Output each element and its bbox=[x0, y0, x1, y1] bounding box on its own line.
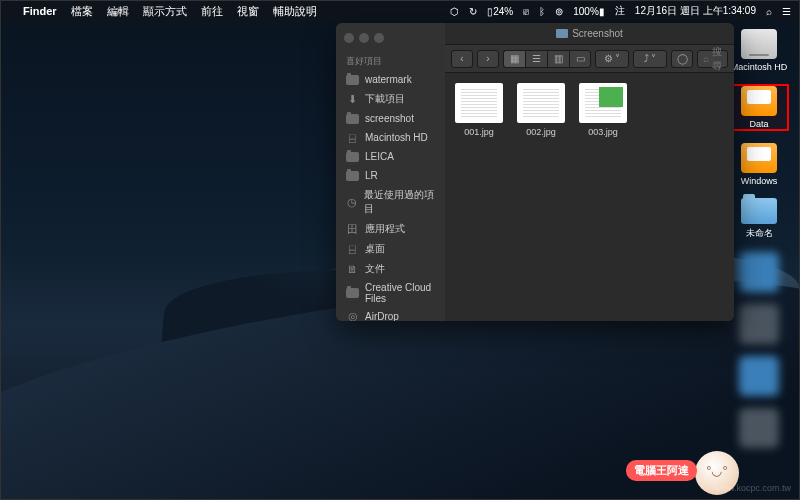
sidebar-item-label: AirDrop bbox=[365, 311, 399, 321]
sidebar-item[interactable]: Creative Cloud Files bbox=[336, 279, 445, 307]
search-input[interactable]: ⌕ 搜尋 bbox=[697, 50, 728, 68]
forward-button[interactable]: › bbox=[477, 50, 499, 68]
sidebar-item[interactable]: LR bbox=[336, 166, 445, 185]
sidebar-item[interactable]: ⌸桌面 bbox=[336, 239, 445, 259]
file-item[interactable]: 002.jpg bbox=[517, 83, 565, 137]
file-name: 002.jpg bbox=[526, 127, 556, 137]
drive-label: Data bbox=[749, 119, 768, 129]
finder-titlebar: Screenshot bbox=[445, 23, 734, 45]
sidebar-item-label: Creative Cloud Files bbox=[365, 282, 435, 304]
apps-icon: 田 bbox=[346, 223, 359, 236]
sidebar-item[interactable]: screenshot bbox=[336, 109, 445, 128]
menu-window[interactable]: 視窗 bbox=[237, 4, 259, 19]
folder-icon bbox=[346, 169, 359, 182]
wifi-icon[interactable]: ⊚ bbox=[555, 6, 563, 17]
sidebar-item[interactable]: LEICA bbox=[336, 147, 445, 166]
window-controls bbox=[336, 27, 445, 49]
back-button[interactable]: ‹ bbox=[451, 50, 473, 68]
watermark-bubble: 電腦王阿達 bbox=[626, 460, 697, 481]
action-dropdown[interactable]: ⤴ ˅ bbox=[633, 50, 667, 68]
menu-view[interactable]: 顯示方式 bbox=[143, 4, 187, 19]
sidebar-item[interactable]: ⌸Macintosh HD bbox=[336, 128, 445, 147]
folder-icon bbox=[346, 112, 359, 125]
desktop-icons: Macintosh HD Data Windows 未命名 bbox=[729, 29, 789, 448]
desktop-drive-data[interactable]: Data bbox=[729, 84, 789, 131]
input-source-icon[interactable]: 注 bbox=[615, 4, 625, 18]
sidebar-item-label: 應用程式 bbox=[365, 222, 405, 236]
sidebar-item[interactable]: watermark bbox=[336, 70, 445, 89]
folder-label: 未命名 bbox=[746, 227, 773, 240]
file-thumbnail bbox=[455, 83, 503, 123]
menubar: Finder 檔案 編輯 顯示方式 前往 視窗 輔助說明 ⬡ ↻ ▯24% ⎚ … bbox=[1, 1, 799, 21]
sidebar-item-label: LR bbox=[365, 170, 378, 181]
file-name: 003.jpg bbox=[588, 127, 618, 137]
menu-help[interactable]: 輔助說明 bbox=[273, 4, 317, 19]
tags-button[interactable]: ◯ bbox=[671, 50, 693, 68]
window-title: Screenshot bbox=[572, 28, 623, 39]
battery-status[interactable]: 100% ▮ bbox=[573, 6, 605, 17]
file-name: 001.jpg bbox=[464, 127, 494, 137]
desktop-item-blurred[interactable] bbox=[729, 252, 789, 292]
close-button[interactable] bbox=[344, 33, 354, 43]
gallery-view-button[interactable]: ▭ bbox=[569, 50, 591, 68]
sidebar-item[interactable]: 🗎文件 bbox=[336, 259, 445, 279]
sidebar-section-favorites: 喜好項目 bbox=[336, 49, 445, 70]
finder-sidebar: 喜好項目 watermark⬇下載項目screenshot⌸Macintosh … bbox=[336, 23, 445, 321]
sidebar-item-label: 文件 bbox=[365, 262, 385, 276]
desktop-icon: ⌸ bbox=[346, 243, 359, 256]
dropbox-icon[interactable]: ⬡ bbox=[450, 6, 459, 17]
menu-go[interactable]: 前往 bbox=[201, 4, 223, 19]
icon-view-button[interactable]: ▦ bbox=[503, 50, 525, 68]
sidebar-item[interactable]: ◷最近使用過的項目 bbox=[336, 185, 445, 219]
list-view-button[interactable]: ☰ bbox=[525, 50, 547, 68]
file-item[interactable]: 001.jpg bbox=[455, 83, 503, 137]
sidebar-item-label: watermark bbox=[365, 74, 412, 85]
display-icon[interactable]: ⎚ bbox=[523, 6, 529, 17]
menu-file[interactable]: 檔案 bbox=[71, 4, 93, 19]
folder-icon bbox=[346, 150, 359, 163]
bluetooth-icon[interactable]: ᛒ bbox=[539, 6, 545, 17]
file-item[interactable]: 003.jpg bbox=[579, 83, 627, 137]
download-icon: ⬇ bbox=[346, 93, 359, 106]
sidebar-item-label: 下載項目 bbox=[365, 92, 405, 106]
spotlight-icon[interactable]: ⌕ bbox=[766, 6, 772, 17]
finder-toolbar: ‹ › ▦ ☰ ▥ ▭ ⚙ ˅ ⤴ ˅ ◯ ⌕ 搜尋 bbox=[445, 45, 734, 73]
external-drive-icon bbox=[741, 86, 777, 116]
desktop-item-blurred[interactable] bbox=[729, 356, 789, 396]
zoom-button[interactable] bbox=[374, 33, 384, 43]
minimize-button[interactable] bbox=[359, 33, 369, 43]
search-placeholder: 搜尋 bbox=[712, 45, 722, 73]
finder-main: Screenshot ‹ › ▦ ☰ ▥ ▭ ⚙ ˅ ⤴ ˅ ◯ ⌕ 搜尋 00… bbox=[445, 23, 734, 321]
menu-edit[interactable]: 編輯 bbox=[107, 4, 129, 19]
sidebar-item-label: Macintosh HD bbox=[365, 132, 428, 143]
memory-status[interactable]: ▯24% bbox=[487, 6, 513, 17]
column-view-button[interactable]: ▥ bbox=[547, 50, 569, 68]
sidebar-item-label: 最近使用過的項目 bbox=[364, 188, 435, 216]
desktop-folder-untitled[interactable]: 未命名 bbox=[729, 198, 789, 240]
desktop-item-blurred[interactable] bbox=[729, 408, 789, 448]
desktop-item-blurred[interactable] bbox=[729, 304, 789, 344]
drive-icon: ⌸ bbox=[346, 131, 359, 144]
menubar-app-name[interactable]: Finder bbox=[23, 5, 57, 17]
desktop-drive-windows[interactable]: Windows bbox=[729, 143, 789, 186]
sidebar-item[interactable]: 田應用程式 bbox=[336, 219, 445, 239]
drive-label: Windows bbox=[741, 176, 778, 186]
finder-window: 喜好項目 watermark⬇下載項目screenshot⌸Macintosh … bbox=[336, 23, 734, 321]
file-thumbnail bbox=[579, 83, 627, 123]
notification-center-icon[interactable]: ☰ bbox=[782, 6, 791, 17]
desktop-drive-macintosh-hd[interactable]: Macintosh HD bbox=[729, 29, 789, 72]
hard-drive-icon bbox=[741, 29, 777, 59]
doc-icon: 🗎 bbox=[346, 263, 359, 276]
file-grid[interactable]: 001.jpg002.jpg003.jpg bbox=[445, 73, 734, 321]
sidebar-item-label: screenshot bbox=[365, 113, 414, 124]
view-mode-group: ▦ ☰ ▥ ▭ bbox=[503, 50, 591, 68]
sidebar-item[interactable]: ⬇下載項目 bbox=[336, 89, 445, 109]
sidebar-item[interactable]: ◎AirDrop bbox=[336, 307, 445, 321]
clock-icon: ◷ bbox=[346, 196, 358, 209]
drive-label: Macintosh HD bbox=[731, 62, 788, 72]
folder-icon bbox=[346, 287, 359, 300]
arrange-dropdown[interactable]: ⚙ ˅ bbox=[595, 50, 629, 68]
menubar-datetime[interactable]: 12月16日 週日 上午1:34:09 bbox=[635, 4, 756, 18]
sync-icon[interactable]: ↻ bbox=[469, 6, 477, 17]
folder-icon bbox=[556, 29, 568, 38]
